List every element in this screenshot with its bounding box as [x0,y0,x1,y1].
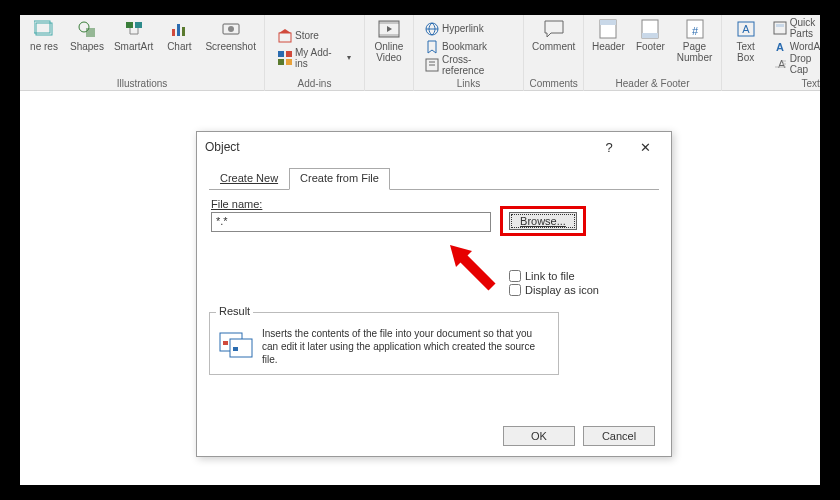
svg-rect-8 [182,27,185,36]
link-to-file-checkbox[interactable]: Link to file [509,270,599,282]
shapes-button[interactable]: Shapes [66,17,108,76]
ribbon-group-media: Online Video [365,15,414,91]
ok-button[interactable]: OK [503,426,575,446]
browse-highlight: Browse... [500,206,586,236]
my-addins-button[interactable]: My Add-ins▾ [275,49,354,67]
object-dialog: Object ? ✕ Create New Create from File F… [196,131,672,457]
display-as-icon-input[interactable] [509,284,521,296]
svg-rect-13 [286,51,292,57]
result-legend: Result [216,305,253,317]
result-icon [218,327,254,359]
tab-create-new[interactable]: Create New [209,168,289,190]
svg-rect-40 [233,347,238,351]
chart-button[interactable]: Chart [159,17,199,76]
ribbon-group-links: Hyperlink Bookmark Cross-reference Links [414,15,524,91]
cancel-button[interactable]: Cancel [583,426,655,446]
svg-rect-22 [600,20,616,25]
screenshot-icon [221,19,241,39]
svg-rect-12 [278,51,284,57]
svg-rect-6 [172,29,175,36]
group-label: Text [801,76,819,91]
svg-rect-3 [86,28,95,37]
svg-rect-17 [379,21,399,24]
group-label: Add-ins [298,76,332,91]
tab-content: File name: *.* Browse... Link to file Di… [209,190,659,418]
filename-input[interactable]: *.* [211,212,491,232]
tab-create-from-file[interactable]: Create from File [289,168,390,190]
group-label: Header & Footer [616,76,690,91]
svg-rect-39 [223,341,228,345]
footer-icon [641,19,659,39]
dropcap-button[interactable]: ADrop Cap▾ [770,55,820,73]
hyperlink-icon [425,22,439,36]
filename-label: File name: [211,198,657,210]
pagenumber-button[interactable]: # Page Number [672,17,716,76]
group-label: Comments [529,76,577,91]
result-text: Inserts the contents of the file into yo… [262,327,550,366]
svg-point-10 [228,26,234,32]
crossref-icon [425,58,439,72]
store-button[interactable]: Store [275,27,322,45]
ribbon-group-illustrations: ne res Shapes SmartArt Chart Screenshot [20,15,265,91]
smartart-icon [124,19,144,39]
header-icon [599,19,617,39]
pagenumber-icon: # [686,19,704,39]
svg-rect-18 [379,34,399,37]
addins-icon [278,51,292,65]
textbox-button[interactable]: A Text Box [726,17,766,76]
ribbon-group-addins: Store My Add-ins▾ Add-ins [265,15,365,91]
comment-button[interactable]: Comment [528,17,579,76]
dialog-close-button[interactable]: ✕ [627,140,663,155]
browse-button[interactable]: Browse... [509,212,577,230]
wordart-icon: A [773,39,787,53]
svg-rect-30 [776,24,784,27]
group-label: Links [457,76,480,91]
header-button[interactable]: Header [588,17,628,76]
chart-icon [169,19,189,39]
ribbon-group-comments: Comment Comments [524,15,584,91]
textbox-icon: A [736,19,756,39]
svg-rect-5 [135,22,142,28]
dropcap-icon: A [773,57,787,71]
dialog-help-button[interactable]: ? [591,140,627,155]
store-icon [278,29,292,43]
smartart-button[interactable]: SmartArt [110,17,157,76]
online-video-button[interactable]: Online Video [369,17,409,76]
shapes-icon [77,19,97,39]
quickparts-button[interactable]: Quick Parts▾ [770,19,820,37]
svg-rect-24 [642,33,658,38]
svg-text:#: # [691,25,698,37]
app-frame: ne res Shapes SmartArt Chart Screenshot [20,15,820,485]
svg-rect-29 [774,22,786,34]
dialog-titlebar: Object ? ✕ [197,132,671,162]
svg-rect-4 [126,22,133,28]
comment-icon [543,19,565,39]
hyperlink-button[interactable]: Hyperlink [422,20,487,38]
ribbon-group-headerfooter: Header Footer # Page Number Header & Foo… [584,15,721,91]
result-box: Result Inserts the contents of the file … [209,312,559,375]
svg-rect-7 [177,24,180,36]
dialog-tabs: Create New Create from File [209,168,659,190]
group-label: Illustrations [117,76,168,91]
display-as-icon-checkbox[interactable]: Display as icon [509,284,599,296]
ribbon: ne res Shapes SmartArt Chart Screenshot [20,15,820,91]
svg-rect-15 [286,59,292,65]
svg-text:A: A [776,41,784,53]
svg-rect-14 [278,59,284,65]
quickparts-icon [773,21,787,35]
bookmark-icon [425,40,439,54]
dialog-title: Object [205,140,591,154]
pictures-icon [34,19,54,39]
link-to-file-input[interactable] [509,270,521,282]
footer-button[interactable]: Footer [630,17,670,76]
group-label [388,76,391,91]
ribbon-group-text: A Text Box Quick Parts▾ AWordArt▾ ADrop … [722,15,820,91]
screenshot-button[interactable]: Screenshot [201,17,260,76]
video-icon [378,19,400,39]
svg-text:A: A [742,23,750,35]
pictures-button[interactable]: ne res [24,17,64,76]
crossref-button[interactable]: Cross-reference [422,56,515,74]
svg-rect-11 [279,33,291,42]
